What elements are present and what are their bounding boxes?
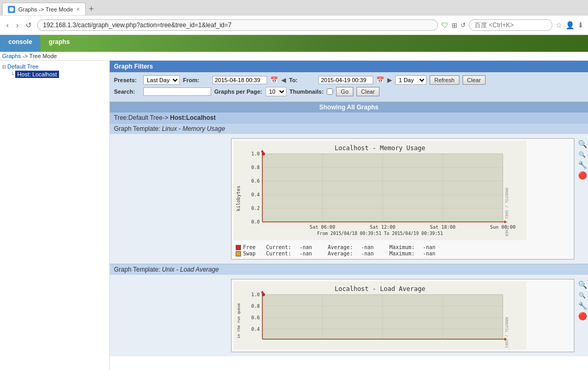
- from-input[interactable]: [212, 76, 267, 84]
- svg-text:0.6: 0.6: [251, 178, 260, 184]
- shield-icon: 🛡: [441, 21, 448, 29]
- sidebar-host-label[interactable]: Host: Localhost: [15, 71, 59, 78]
- presets-select[interactable]: Last Day: [143, 75, 180, 85]
- svg-text:1.0: 1.0: [251, 292, 260, 297]
- zoom-in-button-2[interactable]: 🔍: [578, 280, 587, 289]
- svg-text:0.2: 0.2: [251, 206, 260, 211]
- svg-text:Localhost - Load Average: Localhost - Load Average: [335, 285, 425, 293]
- graphs-per-page-select[interactable]: 10: [266, 87, 286, 96]
- graph-section-1: Localhost - Memory Usage kilobytes: [110, 134, 588, 264]
- host-arrow-icon: └: [10, 72, 14, 77]
- sidebar-host-item[interactable]: └ Host: Localhost: [2, 70, 107, 79]
- legend-max-label-swap: Maximum:: [389, 251, 421, 256]
- graph-section-2: Localhost - Load Average in the run queu…: [110, 275, 588, 356]
- browser-chrome: Graphs -> Tree Mode × + ‹ › ↺ 🛡 ⊞ ↺ ☆ 👤 …: [0, 0, 588, 35]
- sidebar: ⊟ Default Tree └ Host: Localhost: [0, 61, 110, 370]
- svg-point-49: [262, 293, 265, 296]
- forward-button[interactable]: ›: [14, 20, 21, 30]
- graph-svg-1: Localhost - Memory Usage kilobytes: [232, 139, 574, 242]
- delete-button-1[interactable]: 🔴: [578, 171, 587, 180]
- back-button[interactable]: ‹: [4, 20, 11, 30]
- graph-template-2-name: Unix - Load Average: [162, 266, 219, 273]
- filter-row-1: Presets: Last Day From: 📅 ◀ To: 📅 ▶ 1 Da…: [114, 75, 584, 85]
- svg-text:0.8: 0.8: [251, 165, 260, 170]
- zoom-out-button-1[interactable]: 🔍: [578, 150, 587, 159]
- grid-icon: ⊞: [452, 21, 457, 29]
- zoom-in-button-1[interactable]: 🔍: [578, 139, 587, 149]
- svg-text:0.8: 0.8: [251, 304, 260, 309]
- console-tab[interactable]: console: [0, 35, 40, 52]
- y-axis-label-1: kilobytes: [236, 186, 241, 211]
- showing-banner: Showing All Graphs: [110, 102, 588, 113]
- tree-prefix: Tree:: [114, 114, 129, 121]
- legend-avg-label-free: Average:: [328, 244, 359, 250]
- date-next-button[interactable]: ▶: [387, 76, 392, 84]
- graph-spacer-2: [114, 279, 229, 352]
- to-input[interactable]: [318, 76, 373, 84]
- svg-text:0.0: 0.0: [251, 219, 260, 225]
- person-icon[interactable]: 👤: [566, 21, 574, 29]
- legend-row-swap: Swap Current: -nan Average: -nan Maximum…: [236, 251, 570, 256]
- tree-name: Default Tree: [129, 114, 163, 121]
- active-tab[interactable]: Graphs -> Tree Mode ×: [2, 3, 86, 15]
- main-layout: ⊟ Default Tree └ Host: Localhost Graph F…: [0, 61, 588, 370]
- legend-current-free: -nan: [299, 244, 326, 250]
- legend-current-label-swap: Current:: [266, 251, 297, 256]
- clear2-button[interactable]: Clear: [356, 87, 379, 96]
- graphs-tab[interactable]: graphs: [40, 35, 78, 52]
- filter-row-2: Search: Graphs per Page: 10 Thumbnails: …: [114, 87, 584, 96]
- legend-avg-swap: -nan: [361, 251, 387, 256]
- legend-max-swap: -nan: [423, 251, 435, 256]
- sidebar-tree-label[interactable]: Default Tree: [7, 63, 39, 70]
- memory-usage-svg: Localhost - Memory Usage kilobytes: [234, 141, 526, 240]
- breadcrumb-current: Tree Mode: [29, 53, 57, 59]
- graphs-per-page-label: Graphs per Page:: [214, 88, 262, 95]
- host-name: Localhost: [186, 114, 216, 121]
- svg-text:Sun 00:00: Sun 00:00: [490, 225, 516, 230]
- legend-current-label-free: Current:: [266, 244, 297, 250]
- svg-text:1.0: 1.0: [251, 151, 260, 156]
- go-button[interactable]: Go: [336, 87, 353, 96]
- clear-button[interactable]: Clear: [463, 75, 486, 85]
- svg-text:RROUTIL / 1001 / OTHER: RROUTIL / 1001 / OTHER: [504, 188, 509, 237]
- svg-text:Sat 12:00: Sat 12:00: [370, 225, 396, 230]
- delete-button-2[interactable]: 🔴: [578, 311, 587, 321]
- bookmark-icon[interactable]: ☆: [556, 21, 562, 29]
- refresh-button[interactable]: Refresh: [430, 75, 459, 85]
- breadcrumb: Graphs -> Tree Mode: [0, 52, 588, 61]
- refresh-button[interactable]: ↺: [24, 20, 34, 30]
- zoom-out-button-2[interactable]: 🔍: [578, 290, 587, 300]
- to-label: To:: [289, 77, 315, 83]
- date-prev-button[interactable]: ◀: [281, 76, 286, 84]
- graph-legend-1: Free Current: -nan Average: -nan Maximum…: [232, 242, 574, 259]
- reload-icon: ↺: [460, 21, 466, 29]
- settings-button-1[interactable]: 🔧: [578, 160, 587, 170]
- legend-name-swap: Swap: [243, 251, 264, 256]
- sidebar-tree-item[interactable]: ⊟ Default Tree: [2, 63, 107, 70]
- svg-text:RROUTIL / 1001 / OTHER: RROUTIL / 1001 / OTHER: [504, 317, 509, 350]
- svg-text:Sat 06:00: Sat 06:00: [310, 225, 336, 230]
- svg-text:0.6: 0.6: [251, 315, 260, 320]
- settings-button-2[interactable]: 🔧: [578, 301, 587, 310]
- thumbnails-checkbox[interactable]: [327, 88, 333, 95]
- to-calendar-icon[interactable]: 📅: [376, 76, 384, 84]
- presets-label: Presets:: [114, 77, 140, 83]
- legend-max-label-free: Maximum:: [389, 244, 421, 250]
- timespan-select[interactable]: 1 Day: [395, 75, 426, 85]
- tab-bar: Graphs -> Tree Mode × +: [0, 0, 588, 16]
- search-input[interactable]: [143, 87, 211, 96]
- download-icon[interactable]: ⬇: [578, 21, 584, 29]
- breadcrumb-graphs-link[interactable]: Graphs: [2, 53, 21, 59]
- new-tab-button[interactable]: +: [86, 4, 97, 14]
- svg-point-22: [262, 152, 265, 155]
- url-input[interactable]: [37, 19, 438, 31]
- tab-close-button[interactable]: ×: [76, 6, 80, 13]
- app-header: console graphs: [0, 35, 588, 52]
- legend-current-swap: -nan: [299, 251, 326, 256]
- graph-template-1-label: Graph Template:: [114, 125, 160, 132]
- browser-search-input[interactable]: [469, 19, 552, 31]
- svg-text:in the run queue: in the run queue: [237, 303, 241, 338]
- from-calendar-icon[interactable]: 📅: [270, 76, 278, 84]
- search-label: Search:: [114, 88, 140, 95]
- graph-icons-1: 🔍 🔍 🔧 🔴: [577, 138, 588, 260]
